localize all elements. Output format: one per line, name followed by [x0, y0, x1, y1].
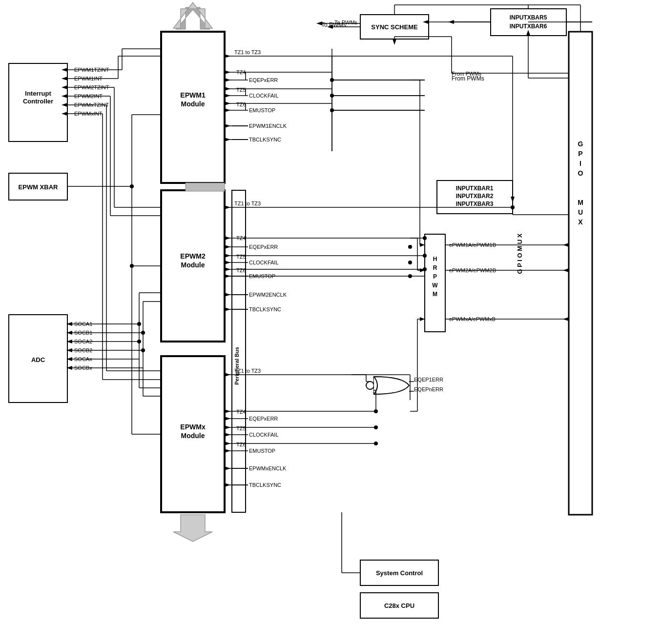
diagram: Interrupt Controller EPWM XBAR ADC EPWM1…	[0, 0, 662, 644]
svg-text:EPWMxENCLK: EPWMxENCLK	[249, 465, 287, 471]
svg-text:P: P	[578, 150, 582, 158]
svg-text:TBCLKSYNC: TBCLKSYNC	[249, 137, 281, 142]
svg-text:INPUTXBAR2: INPUTXBAR2	[456, 193, 494, 200]
svg-text:Interrupt: Interrupt	[25, 90, 51, 97]
svg-text:EQEPxERR: EQEPxERR	[249, 416, 278, 422]
svg-point-270	[366, 382, 374, 389]
svg-point-136	[141, 348, 145, 352]
svg-text:INPUTXBAR5: INPUTXBAR5	[510, 14, 547, 21]
svg-text:SYNC SCHEME: SYNC SCHEME	[371, 23, 418, 31]
svg-text:EQEPxERR: EQEPxERR	[249, 244, 278, 250]
svg-text:INPUTXBAR1: INPUTXBAR1	[456, 185, 494, 192]
svg-point-298	[408, 245, 412, 249]
svg-text:I: I	[579, 160, 581, 167]
main-svg: Interrupt Controller EPWM XBAR ADC EPWM1…	[0, 0, 662, 644]
svg-text:EMUSTOP: EMUSTOP	[249, 107, 275, 113]
svg-point-134	[137, 340, 141, 343]
svg-text:TZ5: TZ5	[236, 254, 246, 260]
svg-text:CLOCKFAIL: CLOCKFAIL	[249, 93, 279, 99]
svg-text:TZ1 to TZ3: TZ1 to TZ3	[234, 49, 261, 55]
svg-point-142	[141, 331, 145, 335]
svg-text:EPWM1ENCLK: EPWM1ENCLK	[249, 123, 287, 129]
svg-text:M: M	[578, 199, 583, 206]
svg-text:EMUSTOP: EMUSTOP	[249, 448, 275, 454]
svg-text:M: M	[433, 291, 437, 298]
svg-text:G P I O   M U X: G P I O M U X	[516, 233, 523, 274]
svg-text:C28x CPU: C28x CPU	[384, 602, 414, 609]
svg-text:EPWM XBAR: EPWM XBAR	[19, 183, 59, 191]
svg-text:EPWM1: EPWM1	[180, 91, 206, 99]
svg-text:EQEP1ERR: EQEP1ERR	[414, 377, 443, 382]
svg-rect-34	[569, 32, 592, 515]
svg-text:TZ5: TZ5	[236, 425, 246, 431]
svg-text:TZ6: TZ6	[236, 101, 246, 107]
svg-text:TZ1 to TZ3: TZ1 to TZ3	[234, 368, 261, 374]
svg-text:TZ4: TZ4	[236, 409, 246, 415]
svg-text:TZ5: TZ5	[236, 87, 246, 93]
svg-text:Module: Module	[181, 100, 205, 108]
svg-point-300	[408, 274, 412, 278]
svg-text:Module: Module	[181, 432, 205, 440]
svg-text:EPWM2: EPWM2	[180, 252, 206, 260]
svg-text:W: W	[432, 282, 438, 289]
svg-text:EQEPxERR: EQEPxERR	[249, 77, 278, 83]
svg-text:ADC: ADC	[31, 356, 45, 363]
svg-point-299	[408, 261, 412, 264]
svg-text:EPWMx: EPWMx	[180, 423, 206, 431]
svg-text:INPUTXBAR6: INPUTXBAR6	[510, 23, 547, 30]
svg-text:To PWMs: To PWMs	[334, 20, 358, 25]
svg-text:EPWM2ENCLK: EPWM2ENCLK	[249, 292, 287, 298]
svg-text:U: U	[578, 208, 583, 216]
svg-text:TZ1 to TZ3: TZ1 to TZ3	[234, 201, 261, 206]
svg-text:TZ6: TZ6	[236, 442, 246, 447]
svg-text:EQEPnERR: EQEPnERR	[414, 386, 443, 392]
svg-text:TBCLKSYNC: TBCLKSYNC	[249, 306, 281, 312]
svg-text:Peripheral Bus: Peripheral Bus	[234, 347, 240, 385]
svg-rect-186	[186, 183, 225, 191]
svg-text:From PWMs: From PWMs	[452, 71, 482, 77]
svg-text:INPUTXBAR3: INPUTXBAR3	[456, 201, 494, 207]
svg-text:TZ6: TZ6	[236, 267, 246, 273]
svg-text:CLOCKFAIL: CLOCKFAIL	[249, 260, 279, 265]
svg-text:Controller: Controller	[23, 98, 53, 105]
svg-text:Module: Module	[181, 261, 205, 269]
svg-point-139	[137, 322, 141, 326]
svg-text:X: X	[578, 218, 583, 226]
svg-text:R: R	[433, 264, 437, 271]
svg-text:System Control: System Control	[376, 569, 423, 577]
svg-text:G: G	[578, 140, 583, 148]
svg-text:CLOCKFAIL: CLOCKFAIL	[249, 432, 279, 438]
svg-point-266	[374, 425, 378, 429]
svg-text:TBCLKSYNC: TBCLKSYNC	[249, 482, 281, 488]
svg-text:H: H	[433, 256, 437, 262]
svg-point-268	[374, 442, 378, 445]
svg-text:P: P	[433, 273, 437, 280]
svg-text:O: O	[578, 169, 583, 177]
